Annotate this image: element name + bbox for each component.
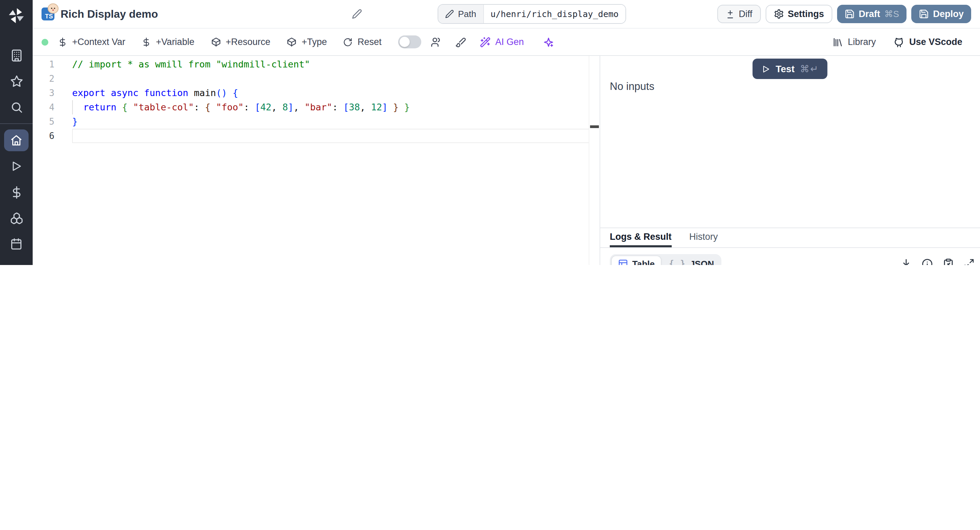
- add-resource-label: +Resource: [226, 37, 270, 47]
- sidebar-item-resources[interactable]: [0, 205, 33, 231]
- pencil-icon: [352, 9, 362, 19]
- view-json-label: JSON: [690, 259, 714, 265]
- path-label-segment: Path: [438, 5, 484, 23]
- sidebar-item-search[interactable]: [0, 94, 33, 120]
- code-line[interactable]: 6: [33, 129, 589, 143]
- use-vscode-button[interactable]: Use VScode: [894, 37, 962, 47]
- wand-icon: [479, 37, 490, 47]
- library-button[interactable]: Library: [832, 37, 876, 47]
- diff-icon: [725, 9, 735, 19]
- code-line[interactable]: 2: [33, 72, 589, 86]
- path-button[interactable]: Path u/henri/rich_display_demo: [438, 4, 626, 24]
- dollar-icon: [58, 37, 67, 47]
- package-icon: [287, 37, 297, 47]
- view-json-button[interactable]: { } JSON: [663, 256, 720, 265]
- sidebar-item-workspace[interactable]: [0, 42, 33, 68]
- tab-history[interactable]: History: [689, 228, 718, 247]
- editor-overview-ruler[interactable]: [589, 56, 600, 265]
- library-icon: [832, 37, 843, 47]
- sidebar-item-home[interactable]: [0, 128, 33, 153]
- sidebar-item-variables[interactable]: [0, 179, 33, 205]
- ai-gen-label: AI Gen: [495, 37, 524, 47]
- paintbrush-icon: [455, 37, 466, 47]
- save-icon: [845, 9, 855, 19]
- code-line[interactable]: 5}: [33, 115, 589, 129]
- line-number: 3: [33, 86, 72, 100]
- code-line[interactable]: 1// import * as wmill from "windmill-cli…: [33, 57, 589, 72]
- expand-button[interactable]: [964, 258, 975, 265]
- code-line[interactable]: 4 return { "table-col": { "foo": [42, 8]…: [33, 100, 589, 115]
- line-number: 6: [33, 129, 72, 143]
- sidebar-item-favorites[interactable]: [0, 68, 33, 94]
- settings-label: Settings: [788, 9, 824, 19]
- save-icon: [919, 9, 929, 19]
- page-title: Rich Display demo: [60, 8, 158, 20]
- typescript-badge: TS: [41, 8, 54, 21]
- sidebar: [0, 0, 33, 265]
- calendar-icon: [10, 238, 22, 250]
- sidebar-item-runs[interactable]: [0, 153, 33, 179]
- boxes-icon: [10, 212, 23, 225]
- users-icon: [430, 37, 441, 47]
- refresh-icon: [343, 37, 353, 47]
- results-section: Logs & Result History Table { } JSON: [600, 228, 980, 265]
- windmill-logo-icon[interactable]: [7, 4, 26, 27]
- format-button[interactable]: [455, 37, 466, 47]
- draft-shortcut: ⌘S: [885, 9, 899, 19]
- test-shortcut: ⌘↵: [800, 63, 819, 74]
- add-type-button[interactable]: +Type: [287, 37, 327, 47]
- add-type-label: +Type: [302, 37, 327, 47]
- line-number: 2: [33, 72, 72, 86]
- reset-button[interactable]: Reset: [343, 37, 382, 47]
- settings-button[interactable]: Settings: [765, 5, 832, 23]
- sidebar-item-schedules[interactable]: [0, 231, 33, 257]
- line-number: 4: [33, 100, 72, 115]
- ai-sparkles-button[interactable]: [543, 37, 554, 47]
- tab-logs-result[interactable]: Logs & Result: [610, 228, 672, 247]
- draft-label: Draft: [859, 9, 880, 19]
- line-number: 5: [33, 115, 72, 129]
- info-button[interactable]: [921, 258, 933, 265]
- header-actions: Diff Settings Draft ⌘S Deploy: [717, 5, 980, 23]
- gear-icon: [773, 9, 784, 19]
- results-tabbar: Logs & Result History: [600, 228, 980, 248]
- copy-to-clipboard-button[interactable]: [943, 258, 954, 265]
- test-label: Test: [776, 63, 795, 74]
- diff-label: Diff: [739, 9, 752, 19]
- braces-icon: { }: [669, 259, 686, 265]
- add-resource-button[interactable]: +Resource: [211, 37, 270, 47]
- reset-label: Reset: [358, 37, 382, 47]
- diff-mode-toggle[interactable]: [398, 35, 421, 48]
- view-table-button[interactable]: Table: [611, 255, 662, 265]
- use-vscode-label: Use VScode: [909, 37, 962, 47]
- code-line[interactable]: 3export async function main() {: [33, 86, 589, 100]
- draft-button[interactable]: Draft ⌘S: [837, 5, 907, 23]
- home-icon: [4, 129, 29, 151]
- windmill-script-editor: TS Rich Display demo Path u/henri/rich_d…: [0, 0, 980, 265]
- code-editor[interactable]: 1// import * as wmill from "windmill-cli…: [33, 56, 600, 265]
- star-icon: [10, 75, 23, 88]
- path-value: u/henri/rich_display_demo: [484, 5, 625, 23]
- download-result-button[interactable]: [900, 258, 912, 265]
- pencil-icon: [445, 10, 454, 18]
- editor-toolbar: +Context Var +Variable +Resource +Type R…: [33, 29, 980, 56]
- add-variable-label: +Variable: [156, 37, 194, 47]
- collaborators-button[interactable]: [430, 37, 441, 47]
- diff-button[interactable]: Diff: [717, 5, 760, 23]
- typescript-badge-label: TS: [45, 13, 54, 21]
- add-variable-button[interactable]: +Variable: [142, 37, 194, 47]
- line-number: 1: [33, 57, 72, 72]
- no-inputs-text: No inputs: [610, 80, 654, 93]
- path-label: Path: [458, 9, 476, 19]
- header-bar: TS Rich Display demo Path u/henri/rich_d…: [33, 0, 980, 29]
- ruler-cursor-marker: [590, 125, 599, 128]
- add-context-var-button[interactable]: +Context Var: [58, 37, 125, 47]
- deploy-button[interactable]: Deploy: [911, 5, 971, 23]
- dollar-icon: [10, 186, 23, 199]
- test-button[interactable]: Test ⌘↵: [753, 59, 828, 79]
- library-label: Library: [848, 37, 876, 47]
- vscode-icon: [894, 37, 904, 47]
- edit-title-button[interactable]: [352, 9, 362, 19]
- ai-gen-button[interactable]: AI Gen: [479, 37, 524, 47]
- sparkles-icon: [543, 37, 554, 47]
